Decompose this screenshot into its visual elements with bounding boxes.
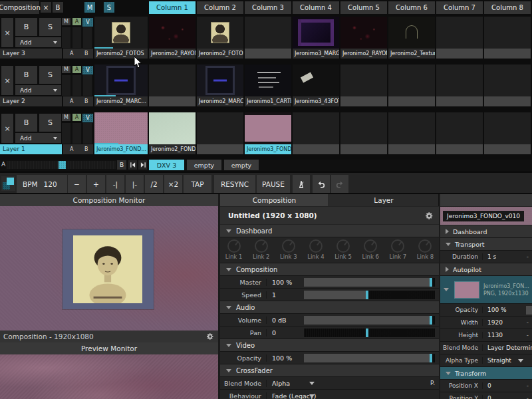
- param-value[interactable]: 1920: [483, 319, 503, 326]
- layer-bypass-button[interactable]: B: [15, 66, 37, 84]
- section-header-dashboard[interactable]: Dashboard: [440, 225, 532, 238]
- assign-a-button[interactable]: A: [70, 146, 73, 152]
- redo-button[interactable]: [331, 175, 348, 193]
- layer-master-button[interactable]: M: [62, 66, 70, 73]
- preview-monitor-header[interactable]: Preview Monitor: [0, 342, 218, 354]
- layer-mini-faders[interactable]: [62, 123, 93, 144]
- bpm-increase-button[interactable]: +: [87, 175, 105, 193]
- param-value[interactable]: 0 dB: [267, 317, 303, 324]
- param-decrement[interactable]: -: [527, 319, 529, 326]
- layer-master-button[interactable]: M: [62, 18, 70, 25]
- param-value[interactable]: 0: [483, 382, 491, 389]
- empty-clip-cell[interactable]: [484, 17, 531, 59]
- column-header-6[interactable]: Column 6: [388, 1, 435, 14]
- layer-solo-button[interactable]: S: [39, 114, 61, 132]
- link-knob-1[interactable]: Link 1: [220, 237, 247, 263]
- link-knob-4[interactable]: Link 4: [302, 237, 329, 263]
- bpm-double-button[interactable]: ×2: [164, 175, 182, 193]
- slider-handle[interactable]: [430, 316, 432, 325]
- clip-cell[interactable]: Jeronimo2_FOND...: [149, 112, 196, 154]
- tab-composition[interactable]: Composition: [220, 194, 329, 206]
- empty-clip-cell[interactable]: [197, 112, 243, 154]
- layer-active-clip[interactable]: Jeronimo2_MARC...: [94, 65, 148, 106]
- layer-ab-crossfade-assign[interactable]: AB: [63, 96, 93, 106]
- composition-menu[interactable]: Composition: [0, 1, 39, 14]
- empty-clip-cell[interactable]: [340, 65, 387, 106]
- link-knob-6[interactable]: Link 6: [357, 237, 384, 263]
- layer-video-button[interactable]: V: [82, 114, 93, 122]
- next-deck-button[interactable]: [138, 160, 147, 170]
- previous-deck-button[interactable]: [128, 160, 137, 170]
- layer-ab-crossfade-assign[interactable]: AB: [63, 49, 93, 59]
- layer-ab-crossfade-assign[interactable]: AB: [63, 144, 93, 154]
- layer-audio-button[interactable]: A: [72, 114, 81, 121]
- tap-tempo-button[interactable]: TAP: [184, 175, 211, 193]
- link-knob-8[interactable]: Link 8: [412, 237, 439, 263]
- empty-clip-cell[interactable]: [388, 112, 435, 154]
- quantize-toggle[interactable]: [1, 176, 15, 191]
- section-header-crossfader[interactable]: CrossFader: [220, 364, 439, 377]
- section-header-dashboard[interactable]: Dashboard: [220, 225, 439, 237]
- link-knob-7[interactable]: Link 7: [384, 237, 412, 263]
- clip-name-field[interactable]: Jeronimo3_FONDO_v010: [443, 211, 524, 221]
- knob-dial[interactable]: [336, 239, 350, 253]
- empty-clip-cell[interactable]: [293, 112, 339, 154]
- assign-a-button[interactable]: A: [70, 98, 73, 104]
- param-slider[interactable]: [304, 354, 435, 362]
- empty-clip-cell[interactable]: [436, 17, 483, 59]
- param-value[interactable]: Layer Determin...: [483, 344, 532, 351]
- empty-clip-cell[interactable]: [340, 112, 387, 154]
- section-header-audio[interactable]: Audio: [220, 301, 439, 314]
- param-slider[interactable]: [304, 291, 435, 299]
- clip-cell[interactable]: Jeronimo2_MARC...: [197, 65, 243, 106]
- clip-cell[interactable]: Jeronimo2_RAYON...: [149, 17, 196, 59]
- layer-add-dropdown[interactable]: Add: [15, 85, 61, 95]
- empty-clip-cell[interactable]: [436, 65, 483, 106]
- param-value[interactable]: 100 %: [267, 354, 303, 362]
- layer-bypass-button[interactable]: B: [15, 114, 37, 132]
- column-header-5[interactable]: Column 5: [340, 1, 387, 14]
- layer-solo-button[interactable]: S: [39, 18, 61, 36]
- slider-handle[interactable]: [430, 278, 432, 287]
- param-value[interactable]: 1 s: [483, 253, 496, 260]
- layer-active-clip[interactable]: Jeronimo3_FOND...: [94, 112, 148, 154]
- param-value[interactable]: 1130: [483, 332, 503, 338]
- slider-handle[interactable]: [430, 354, 432, 362]
- layer-mini-faders[interactable]: [62, 75, 93, 96]
- layer-add-dropdown[interactable]: Add: [15, 133, 61, 143]
- clip-cell[interactable]: Jeronimo3_43FOT...: [293, 65, 339, 106]
- section-header-composition[interactable]: Composition: [220, 263, 439, 276]
- bpm-display[interactable]: BPM 120: [17, 175, 67, 193]
- layer-video-button[interactable]: V: [82, 18, 93, 27]
- knob-dial[interactable]: [227, 239, 241, 253]
- undo-button[interactable]: [313, 175, 330, 193]
- param-value[interactable]: 0: [267, 329, 303, 336]
- composition-settings-gear-icon[interactable]: [425, 211, 434, 220]
- empty-clip-cell[interactable]: [484, 65, 531, 106]
- nudge-down-button[interactable]: -|: [106, 175, 124, 193]
- layer-add-dropdown[interactable]: Add: [15, 37, 61, 47]
- layer-master-button[interactable]: M: [62, 114, 70, 121]
- param-decrement[interactable]: -: [527, 382, 529, 389]
- crossfader-track[interactable]: [7, 161, 116, 169]
- knob-dial[interactable]: [418, 239, 432, 253]
- column-header-4[interactable]: Column 4: [293, 1, 339, 14]
- section-header-video[interactable]: Video: [220, 339, 439, 352]
- layer-name-label[interactable]: Layer 3: [0, 49, 62, 59]
- knob-dial[interactable]: [255, 239, 268, 253]
- layer-name-label[interactable]: Layer 2: [0, 96, 62, 106]
- column-header-1[interactable]: Column 1: [149, 1, 196, 14]
- empty-clip-cell[interactable]: [388, 65, 435, 106]
- crossfader-b-button[interactable]: B: [117, 160, 126, 170]
- layer-audio-button[interactable]: A: [72, 66, 81, 73]
- assign-a-button[interactable]: A: [70, 51, 73, 57]
- empty-clip-cell[interactable]: [436, 112, 483, 154]
- param-value[interactable]: Fade (Legacy): [267, 392, 303, 399]
- param-decrement[interactable]: -: [527, 332, 529, 338]
- knob-dial[interactable]: [282, 239, 295, 253]
- knob-dial[interactable]: [309, 239, 323, 253]
- param-value[interactable]: Alpha: [267, 380, 303, 387]
- pause-button[interactable]: PAUSE: [257, 175, 290, 193]
- assign-b-button[interactable]: B: [84, 51, 88, 57]
- clip-source-row[interactable]: Jeronimo3_FON...PNG, 1920x1130: [440, 276, 532, 304]
